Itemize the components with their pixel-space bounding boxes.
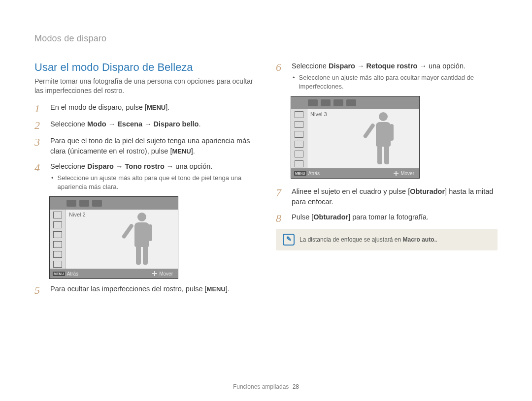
shutter-label: Obturador [313, 213, 348, 221]
note-text: La distancia de enfoque se ajustará en M… [299, 236, 437, 244]
step-number: 4 [34, 161, 44, 191]
menu-tag-icon: MENU [53, 272, 65, 276]
rail-icon [295, 141, 303, 148]
page-footer: Funciones ampliadas 28 [0, 383, 532, 390]
lcd-left-rail [50, 210, 66, 269]
step-bullet: Seleccione un ajuste más alto para que e… [50, 174, 256, 191]
text: En el modo de disparo, pulse [ [50, 103, 147, 111]
step-number: 5 [34, 284, 44, 296]
step-text: Pulse [Obturador] para tomar la fotograf… [292, 212, 429, 224]
text: . [436, 236, 437, 243]
rail-icon [53, 251, 62, 258]
bullet-text: Seleccione un ajuste más alto para que e… [58, 174, 256, 191]
intro-paragraph: Permite tomar una fotografía de una pers… [34, 77, 256, 95]
breadcrumb: Modos de disparo [34, 33, 498, 47]
manual-page: Modos de disparo Usar el modo Disparo de… [0, 0, 532, 401]
camera-lcd-screenshot-1: Nivel 2 MENU Atrás [49, 196, 178, 279]
step-text: Seleccione Disparo → Tono rostro → una o… [50, 161, 256, 191]
step-5: 5 Para ocultar las imperfecciones del ro… [34, 284, 256, 296]
step-number: 6 [276, 61, 286, 91]
rail-icon [53, 212, 62, 218]
lcd-body: Nivel 3 [291, 109, 419, 168]
lcd-preview: Nivel 3 [307, 109, 419, 168]
step-8: 8 Pulse [Obturador] para tomar la fotogr… [276, 212, 498, 224]
text: . [199, 120, 200, 128]
step-text: Seleccione Disparo → Retoque rostro → un… [292, 61, 498, 91]
step-number: 1 [34, 102, 44, 114]
text: ]. [226, 285, 230, 293]
lcd-top-bar [291, 96, 419, 109]
text: → una opción. [417, 62, 466, 70]
dpad-icon [394, 171, 399, 176]
two-column-layout: Usar el modo Disparo de Belleza Permite … [34, 61, 498, 301]
back-label: Atrás [67, 271, 78, 277]
right-column: 6 Seleccione Disparo → Retoque rostro → … [276, 61, 498, 301]
step-number: 3 [34, 136, 44, 156]
text: ] para tomar la fotografía. [348, 213, 429, 221]
footer-section: Funciones ampliadas [233, 383, 289, 390]
step-text: Para ocultar las imperfecciones del rost… [50, 284, 230, 296]
back-label: Atrás [308, 171, 320, 176]
menu-path: Modo → Escena → Disparo bello [87, 120, 199, 128]
camera-lcd-screenshot-2: Nivel 3 MENU Atrás [291, 96, 420, 179]
text: Alinee el sujeto en el cuadro y pulse [ [292, 187, 410, 195]
text: → una opción. [165, 162, 213, 170]
text: Para que el tono de la piel del sujeto t… [50, 137, 250, 155]
menu-label: MENU [147, 103, 166, 113]
menu-path: Disparo → Retoque rostro [329, 62, 417, 70]
macro-auto-label: Macro auto. [402, 236, 435, 243]
option-chip [333, 99, 343, 106]
text: Seleccione [50, 120, 87, 128]
step-text: En el modo de disparo, pulse [MENU]. [50, 102, 169, 114]
step-1: 1 En el modo de disparo, pulse [MENU]. [34, 102, 256, 114]
text: La distancia de enfoque se ajustará en [299, 236, 402, 243]
text: Pulse [ [292, 213, 313, 221]
rail-icon [295, 111, 303, 118]
rail-icon [295, 131, 303, 138]
lcd-body: Nivel 2 [50, 210, 178, 269]
option-chip [308, 99, 318, 106]
move-label: Mover [400, 171, 414, 176]
step-4: 4 Seleccione Disparo → Tono rostro → una… [34, 161, 256, 191]
text: Seleccione [50, 162, 87, 170]
dpad-icon [152, 271, 157, 276]
menu-path: Disparo → Tono rostro [87, 162, 165, 170]
page-title: Usar el modo Disparo de Belleza [34, 61, 256, 74]
step-2: 2 Seleccione Modo → Escena → Disparo bel… [34, 119, 256, 131]
level-label: Nivel 2 [69, 212, 86, 217]
person-silhouette-icon [371, 112, 396, 165]
menu-label: MENU [207, 285, 226, 294]
info-note: La distancia de enfoque se ajustará en M… [276, 229, 498, 250]
lcd-preview: Nivel 2 [66, 210, 178, 269]
menu-tag-icon: MENU [294, 171, 306, 176]
step-bullet: Seleccione un ajuste más alto para ocult… [292, 73, 498, 91]
text: Para ocultar las imperfecciones del rost… [50, 285, 207, 293]
step-7: 7 Alinee el sujeto en el cuadro y pulse … [276, 186, 498, 207]
rail-icon [53, 231, 62, 238]
lcd-left-rail [291, 109, 307, 168]
option-chip [79, 200, 89, 207]
step-6: 6 Seleccione Disparo → Retoque rostro → … [276, 61, 498, 91]
step-text: Seleccione Modo → Escena → Disparo bello… [50, 119, 200, 131]
rail-icon [53, 221, 62, 228]
step-text: Alinee el sujeto en el cuadro y pulse [O… [292, 186, 498, 207]
rail-icon [53, 241, 62, 248]
rail-icon [295, 121, 303, 128]
note-icon [283, 234, 295, 246]
text: Seleccione [292, 62, 329, 70]
option-chip [92, 200, 102, 207]
text: ]. [166, 103, 169, 111]
page-number: 28 [293, 383, 299, 390]
level-label: Nivel 3 [310, 111, 327, 117]
lcd-bottom-bar: MENU Atrás Mover [50, 269, 178, 278]
text: ]. [191, 147, 195, 155]
move-label: Mover [159, 271, 173, 277]
person-silhouette-icon [130, 213, 154, 266]
option-chip [346, 99, 356, 106]
step-text: Para que el tono de la piel del sujeto t… [50, 136, 256, 156]
step-number: 7 [276, 186, 286, 207]
step-number: 2 [34, 119, 44, 131]
step-number: 8 [276, 212, 286, 224]
step-3: 3 Para que el tono de la piel del sujeto… [34, 136, 256, 156]
lcd-bottom-bar: MENU Atrás Mover [291, 168, 419, 178]
